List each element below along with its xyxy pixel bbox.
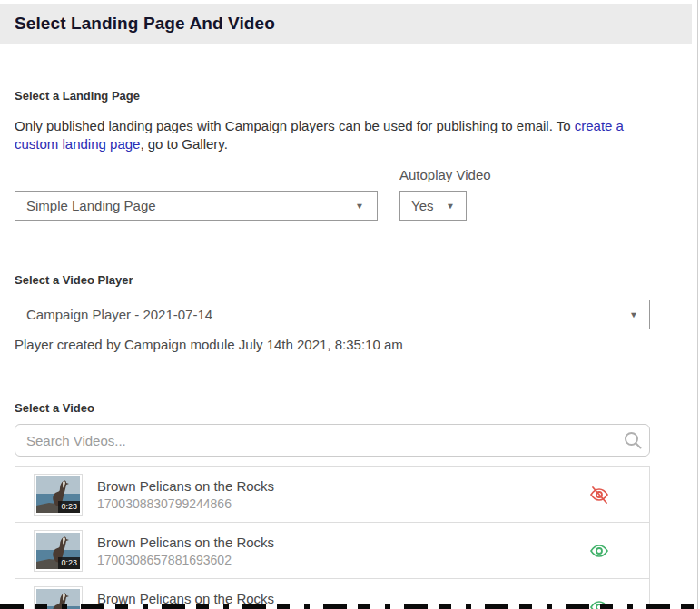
landing-page-description: Only published landing pages with Campai… — [15, 117, 650, 153]
video-player-select[interactable]: Campaign Player - 2021-07-14 ▼ — [15, 300, 650, 329]
video-meta: Brown Pelicans on the Rocks 170030865788… — [97, 535, 587, 567]
video-id: 1700308830799244866 — [97, 496, 587, 511]
description-text-after: , go to Gallery. — [140, 136, 227, 152]
autoplay-video-label: Autoplay Video — [399, 167, 491, 182]
modal-header: Select Landing Page And Video — [0, 4, 692, 44]
chevron-down-icon: ▼ — [629, 310, 638, 319]
visibility-toggle[interactable] — [587, 483, 611, 506]
visibility-toggle[interactable] — [587, 539, 611, 563]
video-meta: Brown Pelicans on the Rocks 170030883079… — [97, 478, 587, 511]
landing-page-select-value: Simple Landing Page — [26, 198, 156, 213]
eye-icon — [588, 540, 610, 562]
modal-content: Select a Landing Page Only published lan… — [0, 89, 650, 609]
landing-page-heading: Select a Landing Page — [15, 89, 650, 103]
landing-page-select[interactable]: Simple Landing Page ▼ — [15, 191, 378, 221]
video-duration-badge: 0:23 — [58, 501, 80, 513]
chevron-down-icon: ▼ — [446, 201, 455, 211]
video-id: 1700308657881693602 — [97, 553, 587, 567]
video-player-select-value: Campaign Player - 2021-07-14 — [26, 307, 212, 322]
description-text-before: Only published landing pages with Campai… — [15, 118, 575, 133]
video-search-input[interactable] — [15, 424, 650, 457]
video-row[interactable]: 0:23 Brown Pelicans on the Rocks 1700308… — [15, 523, 649, 579]
autoplay-video-select[interactable]: Yes ▼ — [399, 191, 467, 221]
video-thumbnail: 0:23 — [34, 474, 83, 516]
player-created-caption: Player created by Campaign module July 1… — [15, 337, 650, 352]
modal-title: Select Landing Page And Video — [15, 14, 275, 34]
video-title: Brown Pelicans on the Rocks — [97, 535, 587, 550]
video-player-heading: Select a Video Player — [15, 273, 650, 287]
landing-page-controls: Simple Landing Page ▼ Autoplay Video Yes… — [15, 167, 650, 221]
video-thumbnail: 0:23 — [34, 530, 83, 572]
select-video-heading: Select a Video — [15, 401, 650, 415]
video-duration-badge: 0:23 — [58, 557, 80, 569]
chevron-down-icon: ▼ — [355, 201, 364, 211]
screenshot-edge-artifact — [0, 604, 700, 609]
video-row[interactable]: 0:23 Brown Pelicans on the Rocks 1700308… — [15, 467, 649, 523]
video-search — [15, 424, 650, 457]
eye-off-icon — [588, 484, 610, 506]
video-title: Brown Pelicans on the Rocks — [97, 478, 587, 494]
modal-right-border — [697, 0, 698, 609]
autoplay-group: Autoplay Video Yes ▼ — [399, 167, 491, 221]
video-list: 0:23 Brown Pelicans on the Rocks 1700308… — [15, 466, 650, 609]
autoplay-select-value: Yes — [411, 198, 433, 213]
